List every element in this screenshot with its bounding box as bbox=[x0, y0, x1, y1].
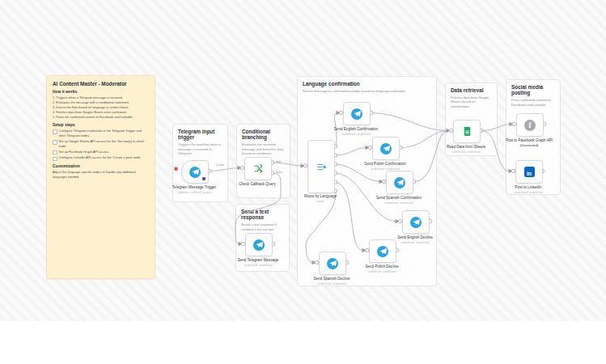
checkbox-icon[interactable] bbox=[53, 150, 57, 155]
node-label: Send Spanish Declineundefined: undefined bbox=[307, 277, 356, 286]
checkbox-icon[interactable] bbox=[53, 157, 57, 162]
group-description: Evaluates the received message and branc… bbox=[242, 142, 285, 156]
if-branch-icon bbox=[253, 163, 264, 174]
output-label-true: true bbox=[276, 160, 281, 163]
canvas-bottom-margin bbox=[0, 321, 606, 364]
group-title: Conditional branching bbox=[242, 129, 285, 141]
telegram-icon bbox=[189, 167, 201, 178]
node-label: Send English Confirmationundefined: unde… bbox=[332, 127, 380, 136]
node-label: Post to LinkedInundefined: undefined bbox=[504, 185, 553, 194]
telegram-icon bbox=[253, 239, 265, 251]
node-check-callback-query[interactable] bbox=[244, 157, 272, 180]
sticky-custom-heading: Customization bbox=[53, 164, 149, 168]
sticky-note[interactable]: AI Content Master - Moderator How it wor… bbox=[46, 75, 155, 279]
linkedin-icon: in bbox=[524, 167, 535, 177]
google-sheets-icon bbox=[462, 126, 473, 137]
node-send-telegram-message[interactable] bbox=[245, 233, 273, 256]
group-description: Routes message to confirmation nodes bas… bbox=[303, 89, 431, 94]
node-label: Send Spanish Confirmationundefined: unde… bbox=[375, 196, 423, 205]
node-label: Send Polish Declineundefined: undefined bbox=[358, 265, 406, 273]
node-label: Telegram Message TriggerUpdates: callbac… bbox=[170, 185, 218, 194]
checkbox-icon[interactable] bbox=[53, 129, 57, 134]
sticky-custom-text: Adjust the language-specific nodes to ha… bbox=[53, 170, 149, 180]
group-description: Posts confirmed content to Facebook and … bbox=[511, 98, 555, 107]
node-label: Send Polish Confirmationundefined: undef… bbox=[361, 162, 409, 171]
group-title: Telegram input trigger bbox=[178, 129, 222, 141]
setup-checklist-item: Set up Facebook Graph API access. bbox=[53, 150, 149, 155]
sticky-how-heading: How it works bbox=[53, 90, 149, 94]
node-send-spanish-confirmation[interactable] bbox=[386, 171, 413, 194]
node-issue-icon: ✱ bbox=[174, 166, 178, 172]
group-title: Data retrieval bbox=[451, 87, 492, 93]
node-send-polish-confirmation[interactable] bbox=[372, 137, 400, 160]
setup-checklist-item: Configure Telegram credentials in the Te… bbox=[53, 129, 149, 138]
pinned-data-badge bbox=[202, 177, 206, 181]
node-label: Post to Facebook Graph API(Deactivated) bbox=[503, 138, 555, 147]
group-title: Social media posting bbox=[511, 84, 555, 96]
group-description: Triggers the workflow when a message is … bbox=[178, 142, 222, 156]
workflow-canvas[interactable]: AI Content Master - Moderator How it wor… bbox=[0, 0, 606, 364]
sticky-title: AI Content Master - Moderator bbox=[53, 81, 149, 87]
telegram-icon bbox=[351, 108, 362, 120]
node-label: Route by Languagemode bbox=[296, 194, 345, 203]
sticky-how-item: 5. Posts the confirmed content to Facebo… bbox=[53, 115, 149, 120]
node-post-to-linkedin[interactable]: in bbox=[515, 160, 543, 184]
group-description: Fetches data from Google Sheets based on… bbox=[451, 95, 492, 109]
telegram-icon bbox=[410, 217, 422, 228]
telegram-icon bbox=[394, 177, 405, 188]
facebook-icon: f bbox=[524, 120, 536, 131]
group-title: Language confirmation bbox=[303, 81, 431, 87]
group-description: Sends a text response if conditions are … bbox=[241, 222, 284, 231]
checkbox-icon[interactable] bbox=[53, 140, 57, 145]
node-route-by-language[interactable] bbox=[307, 140, 335, 193]
node-send-polish-decline[interactable] bbox=[369, 239, 396, 263]
node-read-data-from-sheets[interactable] bbox=[453, 120, 481, 143]
setup-checklist-item: Set up Google Sheets API access for the … bbox=[53, 139, 149, 149]
sticky-setup-heading: Setup steps bbox=[53, 123, 149, 127]
node-post-to-facebook[interactable]: f bbox=[516, 113, 544, 137]
switch-icon bbox=[316, 162, 327, 172]
node-label: Send English Declineundefined: undefined bbox=[391, 235, 439, 244]
node-label: Check Callback Query bbox=[233, 182, 282, 187]
node-label: Read Data from Sheetsundefined: undefine… bbox=[442, 145, 490, 154]
group-title: Send a text response bbox=[241, 209, 284, 221]
node-label: Send Telegram Messageundefined: undefine… bbox=[234, 258, 282, 267]
node-send-spanish-decline[interactable] bbox=[319, 252, 346, 275]
node-telegram-message-trigger[interactable] bbox=[181, 160, 209, 184]
connection-label-items: 1 item bbox=[216, 163, 224, 167]
setup-checklist-item: Configure LinkedIn API access for the 'C… bbox=[53, 155, 149, 161]
node-send-english-decline[interactable] bbox=[402, 210, 430, 234]
telegram-icon bbox=[377, 246, 388, 257]
telegram-icon bbox=[327, 258, 338, 269]
telegram-icon bbox=[380, 143, 392, 154]
output-label-false: false bbox=[276, 171, 282, 174]
node-send-english-confirmation[interactable] bbox=[343, 102, 371, 125]
